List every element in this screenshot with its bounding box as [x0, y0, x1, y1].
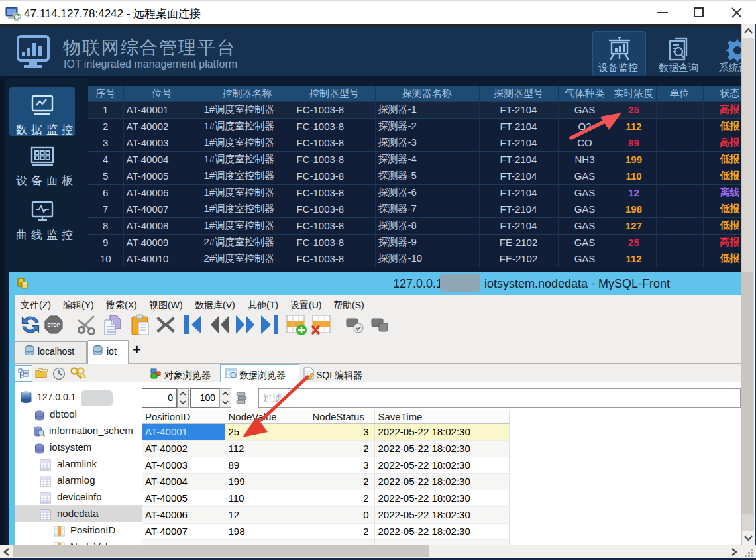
- svg-text:STOP: STOP: [48, 323, 60, 327]
